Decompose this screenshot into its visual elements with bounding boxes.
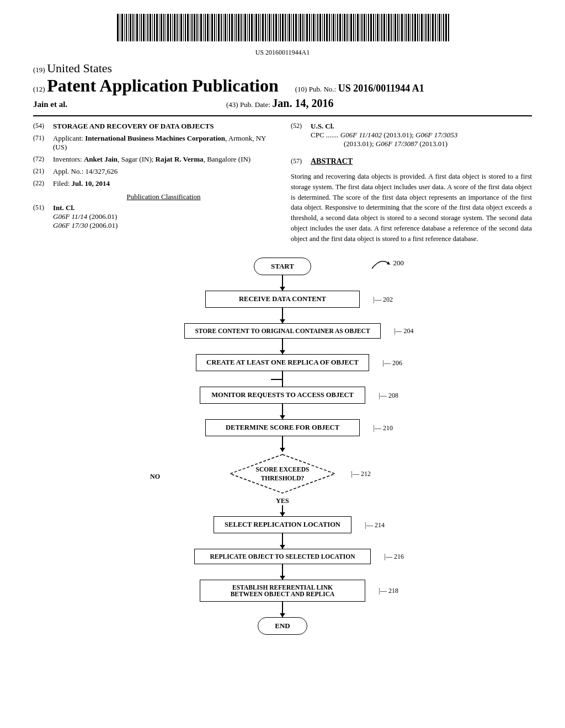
- applicant-row: (71) Applicant: International Business M…: [33, 134, 274, 152]
- svg-rect-6: [128, 14, 129, 41]
- svg-rect-11: [139, 14, 140, 41]
- svg-rect-123: [386, 14, 387, 41]
- fc-node-214: SELECT REPLICATION LOCATION |— 214: [145, 516, 420, 549]
- svg-rect-47: [218, 14, 220, 41]
- svg-rect-118: [375, 14, 376, 41]
- fc-node-204: STORE CONTENT TO ORIGINAL CONTAINER AS O…: [145, 323, 420, 354]
- svg-rect-13: [143, 14, 145, 41]
- pub-no-block: (10) Pub. No.: US 2016/0011944 A1: [295, 83, 424, 94]
- svg-rect-5: [126, 14, 127, 41]
- svg-rect-97: [329, 14, 330, 41]
- svg-rect-63: [254, 14, 254, 41]
- svg-rect-102: [339, 14, 341, 41]
- svg-rect-18: [154, 14, 155, 41]
- pub-class-header: Publication Classification: [33, 192, 274, 201]
- svg-rect-48: [221, 14, 222, 41]
- curved-arrow-200: [369, 255, 391, 271]
- ref-tag-206: |— 206: [382, 358, 402, 367]
- svg-rect-35: [191, 14, 193, 41]
- svg-rect-77: [285, 14, 286, 41]
- svg-rect-62: [251, 14, 253, 41]
- ref-tag-214: |— 214: [365, 521, 385, 529]
- svg-rect-70: [269, 14, 270, 41]
- svg-rect-99: [333, 14, 334, 41]
- connector-1: [282, 308, 283, 323]
- svg-rect-109: [355, 14, 356, 41]
- svg-rect-24: [167, 14, 169, 41]
- svg-rect-19: [156, 14, 158, 41]
- fc-end-node: END: [145, 617, 420, 635]
- svg-rect-69: [267, 14, 268, 41]
- svg-rect-86: [305, 14, 305, 41]
- svg-rect-124: [388, 14, 390, 41]
- svg-rect-61: [249, 14, 250, 41]
- end-box: END: [258, 617, 307, 635]
- svg-rect-36: [194, 14, 195, 41]
- svg-rect-132: [406, 14, 407, 41]
- fc-node-202: RECEIVE DATA CONTENT |— 202: [145, 291, 420, 323]
- svg-rect-25: [170, 14, 171, 41]
- svg-rect-133: [408, 14, 409, 41]
- inventors-name: Jain et al.: [33, 100, 210, 109]
- fc-node-212: NO SCORE EXCEEDSTHRESHOLD? |— 212 YES: [145, 452, 420, 516]
- svg-rect-119: [377, 14, 379, 41]
- metadata-section: (54) STORAGE AND RECOVERY OF DATA OBJECT…: [33, 122, 532, 244]
- svg-rect-88: [309, 14, 310, 41]
- svg-rect-67: [262, 14, 264, 41]
- svg-rect-55: [236, 14, 237, 41]
- svg-rect-87: [306, 14, 308, 41]
- svg-rect-108: [353, 14, 354, 41]
- title-row: (54) STORAGE AND RECOVERY OF DATA OBJECT…: [33, 122, 274, 131]
- connector-5: [282, 436, 283, 452]
- process-206: CREATE AT LEAST ONE REPLICA OF OBJECT: [196, 354, 369, 371]
- svg-rect-46: [216, 14, 217, 41]
- connector-2: [282, 339, 283, 354]
- svg-rect-40: [203, 14, 204, 41]
- ref-tag-208: |— 208: [379, 391, 398, 399]
- svg-rect-60: [247, 14, 248, 41]
- svg-rect-150: [445, 14, 447, 41]
- svg-rect-2: [120, 14, 120, 41]
- svg-rect-140: [424, 14, 424, 41]
- svg-rect-113: [364, 14, 365, 41]
- meta-left: (54) STORAGE AND RECOVERY OF DATA OBJECT…: [33, 122, 274, 244]
- svg-rect-45: [214, 14, 215, 41]
- header-section: (19) United States (12) Patent Applicati…: [33, 61, 532, 110]
- connector-0: [282, 275, 283, 291]
- svg-rect-126: [393, 14, 393, 41]
- patent-application-title: Patent Application Publication: [47, 76, 279, 95]
- pub-date-block: (43) Pub. Date: Jan. 14, 2016: [226, 97, 333, 110]
- svg-rect-64: [255, 14, 257, 41]
- process-204: STORE CONTENT TO ORIGINAL CONTAINER AS O…: [184, 323, 380, 339]
- svg-rect-7: [130, 14, 131, 41]
- process-208: MONITOR REQUESTS TO ACCESS OBJECT: [200, 387, 365, 404]
- svg-rect-50: [225, 14, 226, 41]
- svg-rect-26: [172, 14, 173, 41]
- svg-rect-142: [428, 14, 429, 41]
- svg-rect-57: [241, 14, 242, 41]
- svg-rect-89: [311, 14, 312, 41]
- svg-rect-27: [174, 14, 175, 41]
- svg-rect-85: [302, 14, 303, 41]
- svg-rect-75: [280, 14, 281, 41]
- svg-rect-4: [124, 14, 125, 41]
- svg-rect-68: [265, 14, 266, 41]
- svg-rect-120: [380, 14, 380, 41]
- svg-rect-33: [187, 14, 189, 41]
- start-box: START: [254, 258, 311, 275]
- connector-6: [282, 505, 283, 516]
- connector-9: [282, 602, 283, 617]
- svg-rect-144: [432, 14, 434, 41]
- svg-rect-79: [289, 14, 290, 41]
- svg-rect-37: [196, 14, 198, 41]
- svg-rect-101: [337, 14, 338, 41]
- ref-tag-204: |— 204: [394, 327, 413, 335]
- ref-tag-212: |— 212: [351, 470, 371, 478]
- svg-rect-98: [331, 14, 332, 41]
- svg-rect-125: [391, 14, 392, 41]
- svg-rect-82: [295, 14, 297, 41]
- svg-rect-139: [421, 14, 423, 41]
- svg-rect-93: [319, 14, 321, 41]
- svg-rect-39: [200, 14, 202, 41]
- svg-rect-104: [344, 14, 345, 41]
